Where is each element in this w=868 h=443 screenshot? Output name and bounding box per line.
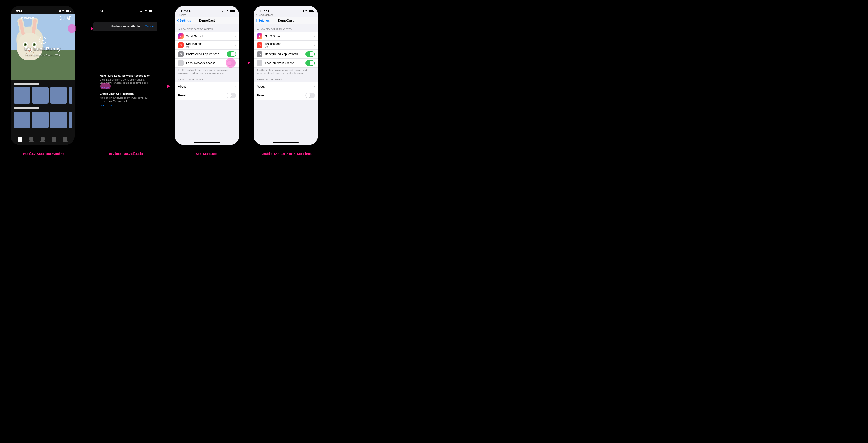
back-button[interactable]: Settings (255, 19, 270, 22)
chevron-right-icon: › (314, 43, 315, 47)
nav-bar: Settings DemoCast (175, 17, 239, 24)
tab-item[interactable] (29, 137, 34, 142)
media-thumbnail[interactable] (32, 112, 49, 128)
battery-icon (230, 10, 235, 12)
status-time: 9:41 (99, 9, 105, 12)
cell-label: Local Network Access (265, 61, 303, 65)
cancel-button[interactable]: Cancel (145, 25, 154, 28)
status-icons (222, 9, 235, 12)
media-title: Big Buck Bunny (25, 46, 61, 52)
media-thumbnail[interactable] (13, 87, 30, 103)
cell-about[interactable]: About › (254, 82, 318, 91)
caption: Enable LNA in App > Settings (261, 152, 312, 156)
media-thumbnail[interactable] (50, 87, 67, 103)
status-time: 11:57➤ (259, 9, 270, 12)
section-header-access: ALLOW DEMOCAST TO ACCESS (254, 24, 318, 32)
toggle-background-refresh[interactable] (305, 51, 315, 57)
page-title: DemoCast (278, 19, 294, 22)
battery-icon (148, 10, 153, 12)
section-header-access: ALLOW DEMOCAST TO ACCESS (175, 24, 239, 32)
cell-label: Reset (178, 94, 224, 97)
cell-label: Local Network Access (186, 61, 224, 65)
home-indicator (273, 142, 299, 143)
row-label-placeholder (13, 83, 39, 85)
cell-reset[interactable]: Reset (254, 91, 318, 100)
media-thumbnail[interactable] (32, 87, 49, 103)
phone-screen-app-settings-lna-on: 11:57➤ DemoCast app Settings DemoCast AL… (254, 6, 318, 145)
back-label: Settings (258, 19, 270, 22)
cell-local-network-access[interactable]: Local Network Access (175, 59, 239, 67)
section-footer: Enabled to allow this app permission to … (175, 67, 239, 74)
tab-item[interactable] (40, 137, 45, 142)
caption: App Settings (196, 152, 217, 156)
tab-item[interactable] (63, 137, 67, 142)
tip-title: Check your Wi-Fi network (100, 92, 151, 95)
tip-body: Make sure your device and the Cast devic… (100, 96, 151, 103)
wifi-icon (144, 9, 147, 12)
row-label-placeholder (13, 107, 39, 109)
status-bar: 11:57➤ (254, 6, 318, 13)
cell-sublabel: Off (265, 46, 311, 48)
hero-content: DemoCast Big Buck Bunny (11, 13, 74, 80)
section-header-app-settings: DEMOCAST SETTINGS (175, 74, 239, 82)
breadcrumb-back-to-app[interactable]: DemoCast app (254, 13, 318, 17)
cellular-signal-icon (140, 10, 144, 12)
content-row-1 (11, 80, 74, 104)
status-bar: 11:57➤ (175, 6, 239, 13)
flow-arrow (236, 61, 250, 64)
nav-bar: Settings DemoCast (254, 17, 318, 24)
cellular-signal-icon (301, 10, 304, 12)
breadcrumb-back-to-app[interactable]: Search (175, 13, 239, 17)
play-icon[interactable] (39, 37, 46, 44)
phone-screen-democast-app: 9:41 DemoCast (11, 6, 74, 145)
status-icons (301, 9, 314, 12)
learn-more-link[interactable]: Learn more (100, 104, 113, 107)
local-network-icon (178, 60, 184, 66)
media-thumbnail[interactable] (69, 87, 71, 103)
siri-icon: ✦ (257, 33, 262, 39)
cell-siri-search[interactable]: ✦ Siri & Search › (254, 32, 318, 41)
toggle-local-network-access[interactable] (226, 60, 236, 66)
cell-label: Reset (257, 94, 303, 97)
breadcrumb-label: Search (179, 13, 186, 16)
back-button[interactable]: Settings (177, 19, 191, 22)
breadcrumb-chevron-icon (177, 14, 178, 15)
cell-notifications[interactable]: ◻ Notifications Off › (175, 41, 239, 50)
chevron-right-icon: › (314, 34, 315, 38)
toggle-local-network-access[interactable] (305, 60, 315, 66)
cell-reset[interactable]: Reset (175, 91, 239, 100)
cell-about[interactable]: About › (175, 82, 239, 91)
section-footer: Enabled to allow this app permission to … (254, 67, 318, 74)
status-icons (140, 9, 153, 12)
flow-arrow (76, 27, 94, 30)
tab-item[interactable] (18, 137, 22, 142)
toggle-reset[interactable] (226, 93, 236, 98)
toggle-background-refresh[interactable] (226, 51, 236, 57)
tab-item[interactable] (52, 137, 56, 142)
cell-local-network-access[interactable]: Local Network Access (254, 59, 318, 67)
notifications-icon: ◻ (178, 42, 184, 48)
cell-label: Siri & Search (265, 34, 311, 38)
media-thumbnail[interactable] (13, 112, 30, 128)
cell-label: Siri & Search (186, 34, 232, 38)
cell-background-refresh[interactable]: ⚙ Background App Refresh (175, 50, 239, 59)
toggle-reset[interactable] (305, 93, 315, 98)
cell-notifications[interactable]: ◻ Notifications Off › (254, 41, 318, 50)
page-title: DemoCast (199, 19, 215, 22)
cell-siri-search[interactable]: ✦ Siri & Search › (175, 32, 239, 41)
status-time: 9:41 (16, 9, 22, 12)
breadcrumb-label: DemoCast app (258, 13, 273, 16)
media-thumbnail[interactable] (69, 112, 71, 128)
tip-body: Go to Settings on this phone and check t… (100, 78, 151, 85)
battery-icon (309, 10, 313, 12)
gear-icon: ⚙ (257, 51, 262, 57)
svg-marker-6 (167, 85, 170, 88)
cell-background-refresh[interactable]: ⚙ Background App Refresh (254, 50, 318, 59)
wifi-icon (62, 9, 65, 12)
home-indicator (194, 142, 220, 143)
media-thumbnail[interactable] (50, 112, 67, 128)
chevron-right-icon: › (235, 85, 236, 88)
settings-link[interactable]: Settings (100, 86, 109, 89)
phone-screen-no-devices-modal: 9:41 No devices available Cancel Make su… (93, 6, 157, 145)
cell-label: Notifications Off (265, 42, 311, 48)
